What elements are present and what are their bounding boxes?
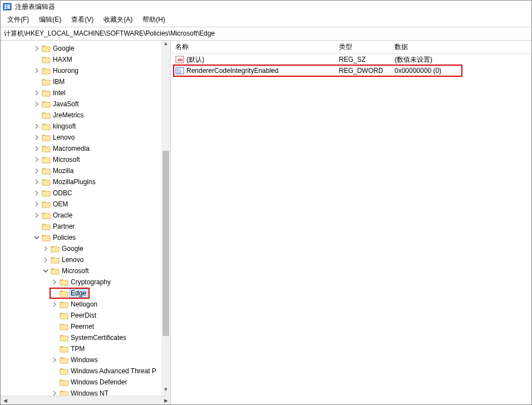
menu-file[interactable]: 文件(F) bbox=[3, 14, 33, 26]
tree-item[interactable]: ODBC bbox=[1, 187, 170, 199]
tree-item[interactable]: Lenovo bbox=[1, 254, 170, 265]
scroll-thumb[interactable] bbox=[162, 151, 169, 336]
chevron-right-icon[interactable] bbox=[33, 145, 41, 152]
address-bar[interactable]: 计算机\HKEY_LOCAL_MACHINE\SOFTWARE\Policies… bbox=[1, 27, 531, 41]
tree-item[interactable]: IBM bbox=[1, 76, 170, 87]
column-header-type[interactable]: 类型 bbox=[334, 42, 390, 52]
chevron-right-icon[interactable] bbox=[51, 356, 58, 364]
svg-text:110: 110 bbox=[177, 71, 182, 74]
tree-item[interactable]: Oracle bbox=[1, 210, 170, 221]
tree-item[interactable]: OEM bbox=[1, 199, 170, 210]
tree-item-label: TPM bbox=[71, 345, 85, 353]
chevron-right-icon[interactable] bbox=[42, 245, 50, 253]
chevron-right-icon[interactable] bbox=[33, 45, 41, 52]
tree-item[interactable]: TPM bbox=[1, 343, 170, 354]
tree-item-label: Macromedia bbox=[53, 145, 90, 152]
tree-item[interactable]: Microsoft bbox=[1, 265, 170, 276]
tree-item[interactable]: Huorong bbox=[1, 65, 170, 76]
scroll-down-arrow-icon[interactable]: ▼ bbox=[161, 387, 170, 396]
menu-help[interactable]: 帮助(H) bbox=[138, 14, 170, 26]
chevron-right-icon[interactable] bbox=[51, 278, 58, 286]
tree-item[interactable]: Edge bbox=[1, 288, 170, 299]
list-header: 名称 类型 数据 bbox=[171, 41, 531, 54]
scroll-right-arrow-icon[interactable]: ▶ bbox=[161, 398, 170, 403]
chevron-right-icon[interactable] bbox=[33, 100, 41, 108]
tree-item-label: Lenovo bbox=[53, 134, 75, 141]
tree-item[interactable]: Netlogon bbox=[1, 299, 170, 310]
chevron-right-icon[interactable] bbox=[33, 134, 41, 141]
tree-item[interactable]: Lenovo bbox=[1, 132, 170, 143]
chevron-right-icon[interactable] bbox=[33, 189, 41, 197]
tree-item-label: Peernet bbox=[71, 323, 94, 330]
value-list-pane: 名称 类型 数据 ab(默认)REG_SZ(数值未设置)011110Render… bbox=[171, 41, 531, 404]
value-row[interactable]: ab(默认)REG_SZ(数值未设置) bbox=[171, 54, 531, 65]
svg-rect-3 bbox=[4, 8, 7, 9]
tree-vertical-scrollbar[interactable]: ▲ ▼ bbox=[161, 41, 170, 396]
chevron-right-icon[interactable] bbox=[33, 156, 41, 164]
tree-item[interactable]: SystemCertificates bbox=[1, 332, 170, 343]
chevron-down-icon[interactable] bbox=[42, 267, 50, 275]
tree-item[interactable]: JavaSoft bbox=[1, 98, 170, 110]
value-data: 0x00000000 (0) bbox=[390, 67, 531, 75]
tree-item-label: Google bbox=[53, 45, 75, 52]
chevron-right-icon[interactable] bbox=[33, 167, 41, 175]
tree-item[interactable]: Policies bbox=[1, 232, 170, 243]
tree-item-label: Lenovo bbox=[62, 256, 83, 264]
svg-rect-2 bbox=[4, 6, 7, 7]
chevron-right-icon[interactable] bbox=[51, 389, 58, 396]
tree-item[interactable]: MozillaPlugins bbox=[1, 176, 170, 187]
tree-item-label: Huorong bbox=[53, 67, 78, 75]
menu-favorites[interactable]: 收藏夹(A) bbox=[99, 14, 137, 26]
tree-item[interactable]: Google bbox=[1, 243, 170, 254]
tree-item[interactable]: Macromedia bbox=[1, 143, 170, 154]
chevron-right-icon[interactable] bbox=[33, 89, 41, 97]
tree-item[interactable]: Google bbox=[1, 43, 170, 54]
chevron-down-icon[interactable] bbox=[33, 234, 41, 241]
svg-text:ab: ab bbox=[178, 57, 183, 62]
tree-item[interactable]: Windows NT bbox=[1, 388, 170, 396]
tree-item[interactable]: Intel bbox=[1, 87, 170, 98]
chevron-right-icon[interactable] bbox=[33, 178, 41, 186]
tree-item[interactable]: Cryptography bbox=[1, 276, 170, 288]
tree-item[interactable]: HAXM bbox=[1, 54, 170, 65]
tree-item[interactable]: kingsoft bbox=[1, 121, 170, 132]
registry-tree[interactable]: GoogleHAXMHuorongIBMIntelJavaSoftJreMetr… bbox=[1, 41, 170, 396]
chevron-right-icon[interactable] bbox=[33, 200, 41, 208]
menu-view[interactable]: 查看(V) bbox=[67, 14, 98, 26]
tree-item-label: Oracle bbox=[53, 211, 72, 219]
scroll-left-arrow-icon[interactable]: ◀ bbox=[1, 398, 9, 403]
tree-item-label: IBM bbox=[53, 78, 65, 86]
tree-item[interactable]: Windows Advanced Threat P bbox=[1, 366, 170, 377]
tree-horizontal-scrollbar[interactable]: ◀ ▶ bbox=[1, 396, 170, 404]
column-header-data[interactable]: 数据 bbox=[390, 42, 531, 52]
tree-item[interactable]: Microsoft bbox=[1, 154, 170, 165]
tree-item-label: Windows NT bbox=[71, 389, 109, 396]
tree-item[interactable]: Windows bbox=[1, 354, 170, 366]
tree-item[interactable]: JreMetrics bbox=[1, 110, 170, 121]
scroll-up-arrow-icon[interactable]: ▲ bbox=[161, 41, 170, 50]
tree-item-label: HAXM bbox=[53, 56, 72, 63]
tree-item[interactable]: Peernet bbox=[1, 321, 170, 332]
value-type: REG_SZ bbox=[334, 56, 390, 63]
chevron-right-icon[interactable] bbox=[33, 211, 41, 219]
title-bar: 注册表编辑器 bbox=[1, 1, 531, 13]
value-name: RendererCodeIntegrityEnabled bbox=[186, 67, 278, 75]
chevron-right-icon[interactable] bbox=[42, 256, 50, 264]
chevron-right-icon[interactable] bbox=[33, 67, 41, 75]
tree-item[interactable]: Partner bbox=[1, 221, 170, 232]
tree-item-label: ODBC bbox=[53, 189, 72, 197]
tree-item[interactable]: Mozilla bbox=[1, 165, 170, 176]
value-type: REG_DWORD bbox=[334, 67, 390, 75]
column-header-name[interactable]: 名称 bbox=[171, 42, 334, 52]
tree-item[interactable]: Windows Defender bbox=[1, 377, 170, 388]
menu-edit[interactable]: 编辑(E) bbox=[35, 14, 66, 26]
tree-item-label: Google bbox=[62, 245, 83, 253]
scroll-track[interactable] bbox=[161, 50, 170, 387]
tree-item-label: Netlogon bbox=[71, 300, 97, 308]
tree-pane: GoogleHAXMHuorongIBMIntelJavaSoftJreMetr… bbox=[1, 41, 171, 404]
tree-item-label: JreMetrics bbox=[53, 111, 83, 119]
chevron-right-icon[interactable] bbox=[51, 300, 58, 308]
tree-item[interactable]: PeerDist bbox=[1, 310, 170, 321]
chevron-right-icon[interactable] bbox=[33, 122, 41, 130]
value-row[interactable]: 011110RendererCodeIntegrityEnabledREG_DW… bbox=[171, 65, 531, 76]
